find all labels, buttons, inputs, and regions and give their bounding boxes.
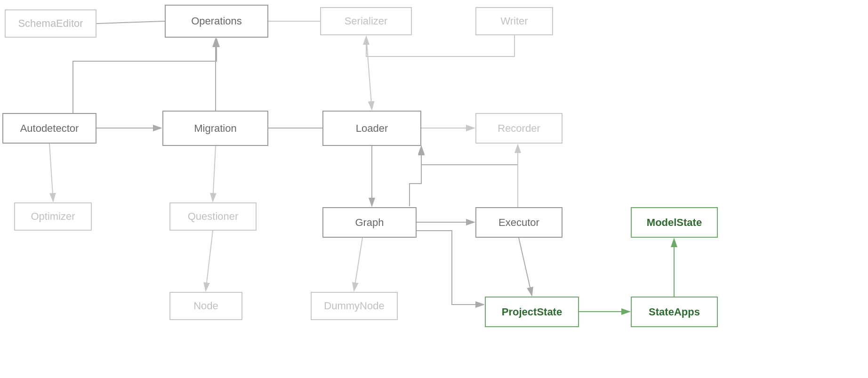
- svg-line-5: [97, 21, 165, 24]
- questioner-node: Questioner: [169, 202, 257, 231]
- connections-svg: [0, 0, 868, 378]
- svg-line-18: [519, 238, 532, 296]
- project-state-node: ProjectState: [485, 297, 579, 327]
- loader-node: Loader: [322, 111, 421, 146]
- graph-node: Graph: [322, 207, 417, 238]
- svg-line-16: [206, 231, 213, 291]
- schema-editor-node: SchemaEditor: [5, 9, 96, 38]
- executor-node: Executor: [475, 207, 563, 238]
- node-node: Node: [169, 292, 242, 320]
- migration-node: Migration: [162, 111, 268, 146]
- model-state-node: ModelState: [631, 207, 718, 238]
- writer-node: Writer: [475, 7, 553, 35]
- svg-line-10: [366, 36, 372, 110]
- svg-line-12: [49, 144, 53, 201]
- dummy-node-node: DummyNode: [311, 292, 398, 320]
- svg-line-13: [213, 146, 216, 201]
- optimizer-node: Optimizer: [14, 202, 92, 231]
- autodetector-node: Autodetector: [2, 113, 96, 144]
- operations-node: Operations: [165, 5, 268, 38]
- state-apps-node: StateApps: [631, 297, 718, 327]
- svg-line-17: [354, 238, 362, 291]
- recorder-node: Recorder: [475, 113, 563, 144]
- diagram-container: SchemaEditor Operations Serializer Write…: [0, 0, 868, 378]
- serializer-node: Serializer: [320, 7, 412, 35]
